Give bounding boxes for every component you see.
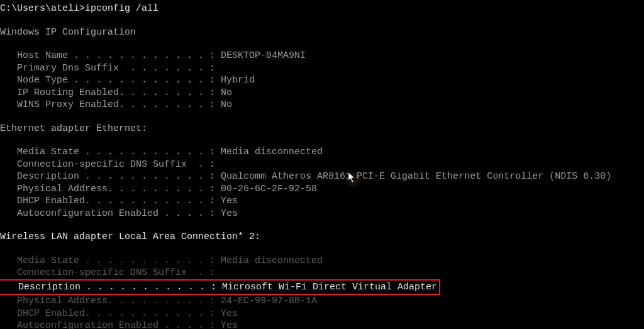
label: Host Name . . . . . . . . . . . . : [0, 50, 221, 61]
label: Description . . . . . . . . . . . : [0, 171, 221, 182]
field-dns-suffix: Connection-specific DNS Suffix . : [0, 159, 644, 171]
label: Node Type . . . . . . . . . . . . : [0, 75, 221, 86]
field-media-state: Media State . . . . . . . . . . . : Medi… [0, 146, 644, 159]
label: Media State . . . . . . . . . . . : [0, 147, 221, 157]
command-prompt-line: C:\Users\ateli>ipconfig /all [0, 3, 644, 15]
field-dhcp-enabled: DHCP Enabled. . . . . . . . . . . : Yes [0, 195, 644, 208]
value: 00-26-6C-2F-92-58 [221, 184, 317, 194]
field-host-name: Host Name . . . . . . . . . . . . : DESK… [0, 50, 644, 62]
field-description: Description . . . . . . . . . . . : Qual… [0, 170, 644, 183]
field-dns-suffix: Connection-specific DNS Suffix . : [0, 267, 644, 279]
value: Yes [221, 196, 238, 206]
field-autoconfiguration-enabled: Autoconfiguration Enabled . . . . : Yes [0, 320, 644, 329]
value: Microsoft Wi-Fi Direct Virtual Adapter [222, 282, 437, 293]
value: Media disconnected [221, 147, 323, 157]
value: No [221, 87, 232, 98]
field-physical-address: Physical Address. . . . . . . . . : 00-2… [0, 183, 644, 196]
value: Yes [221, 308, 238, 319]
field-wins-proxy-enabled: WINS Proxy Enabled. . . . . . . . : No [0, 99, 644, 111]
value: Media disconnected [221, 255, 323, 266]
field-dhcp-enabled: DHCP Enabled. . . . . . . . . . . : Yes [0, 308, 644, 320]
field-ip-routing-enabled: IP Routing Enabled. . . . . . . . : No [0, 87, 644, 99]
label: Primary Dns Suffix . . . . . . . : [0, 63, 215, 74]
label: DHCP Enabled. . . . . . . . . . . : [0, 308, 221, 319]
label: Connection-specific DNS Suffix . : [0, 267, 215, 278]
value: No [221, 99, 232, 110]
section-windows-ip-config: Windows IP Configuration [0, 26, 644, 39]
field-autoconfiguration-enabled: Autoconfiguration Enabled . . . . : Yes [0, 208, 644, 220]
value: Qualcomm Atheros AR8161 PCI-E Gigabit Et… [221, 171, 611, 182]
value: Yes [221, 208, 238, 219]
section-ethernet-adapter: Ethernet adapter Ethernet: [0, 123, 644, 135]
value: Yes [221, 320, 238, 329]
label: Physical Address. . . . . . . . . : [0, 184, 221, 194]
label: Autoconfiguration Enabled . . . . : [0, 320, 221, 329]
label: Autoconfiguration Enabled . . . . : [0, 208, 221, 219]
label: Physical Address. . . . . . . . . : [0, 296, 221, 306]
field-description-highlighted: Description . . . . . . . . . . . : Micr… [0, 279, 644, 296]
field-node-type: Node Type . . . . . . . . . . . . : Hybr… [0, 74, 644, 87]
label: Connection-specific DNS Suffix . : [0, 159, 215, 170]
value: DESKTOP-04MA9NI [221, 50, 306, 61]
field-primary-dns-suffix: Primary Dns Suffix . . . . . . . : [0, 62, 644, 75]
value: 24-EC-99-97-8B-1A [221, 296, 317, 306]
label: IP Routing Enabled. . . . . . . . : [0, 87, 221, 98]
label: Media State . . . . . . . . . . . : [0, 255, 221, 266]
label: WINS Proxy Enabled. . . . . . . . : [0, 99, 221, 110]
value: Hybrid [221, 75, 255, 86]
label: DHCP Enabled. . . . . . . . . . . : [0, 196, 221, 206]
label: Description . . . . . . . . . . . : [1, 282, 222, 293]
section-wireless-lan-adapter: Wireless LAN adapter Local Area Connecti… [0, 231, 644, 243]
field-media-state: Media State . . . . . . . . . . . : Medi… [0, 255, 644, 267]
field-physical-address: Physical Address. . . . . . . . . : 24-E… [0, 295, 644, 308]
